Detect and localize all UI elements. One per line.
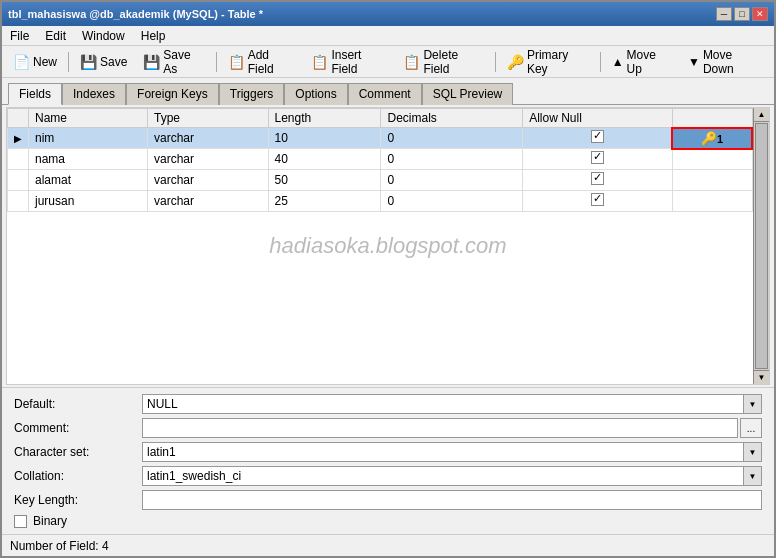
field-allownull-3[interactable] [523,170,672,191]
field-length-2[interactable]: 40 [268,149,381,170]
binary-row: Binary [14,514,762,528]
move-down-icon: ▼ [688,55,700,69]
table-area: hadiasoka.blogspot.com Name Type Length … [6,107,770,385]
checkbox-nim[interactable] [591,130,604,143]
move-up-button[interactable]: ▲ Move Up [605,49,679,75]
field-allownull-4[interactable] [523,191,672,212]
field-length-3[interactable]: 50 [268,170,381,191]
col-decimals: Decimals [381,109,523,128]
table-row[interactable]: ▶ nim varchar 10 0 🔑1 [8,128,753,149]
col-name: Name [29,109,148,128]
comment-label: Comment: [14,421,134,435]
table-row[interactable]: nama varchar 40 0 [8,149,753,170]
save-as-icon: 💾 [143,54,160,70]
collation-dropdown-arrow[interactable]: ▼ [743,467,761,485]
field-type-2[interactable]: varchar [148,149,269,170]
field-extra-3 [672,170,752,191]
field-extra-4 [672,191,752,212]
field-name-4[interactable]: jurusan [29,191,148,212]
new-button[interactable]: 📄 New [6,49,64,75]
checkbox-jurusan[interactable] [591,193,604,206]
move-up-icon: ▲ [612,55,624,69]
tabs-bar: Fields Indexes Foreign Keys Triggers Opt… [2,78,774,105]
charset-dropdown[interactable]: latin1 ▼ [142,442,762,462]
scroll-down-button[interactable]: ▼ [754,370,769,384]
tab-fields[interactable]: Fields [8,83,62,105]
scroll-up-button[interactable]: ▲ [754,108,769,122]
col-indicator [8,109,29,128]
move-down-button[interactable]: ▼ Move Down [681,49,770,75]
field-length-4[interactable]: 25 [268,191,381,212]
binary-label: Binary [33,514,67,528]
field-type-1[interactable]: varchar [148,128,269,149]
row-arrow-3 [8,170,29,191]
scroll-thumb[interactable] [755,123,768,369]
checkbox-nama[interactable] [591,151,604,164]
key-icon: 🔑 [701,131,717,146]
save-as-button[interactable]: 💾 Save As [136,49,211,75]
default-dropdown[interactable]: NULL ▼ [142,394,762,414]
vertical-scrollbar[interactable]: ▲ ▼ [753,108,769,384]
keylength-input[interactable] [142,490,762,510]
tab-triggers[interactable]: Triggers [219,83,285,105]
charset-value: latin1 [143,445,743,459]
row-arrow-1: ▶ [8,128,29,149]
field-decimals-4[interactable]: 0 [381,191,523,212]
charset-dropdown-arrow[interactable]: ▼ [743,443,761,461]
menu-help[interactable]: Help [137,28,170,44]
field-decimals-2[interactable]: 0 [381,149,523,170]
field-allownull-2[interactable] [523,149,672,170]
tab-options[interactable]: Options [284,83,347,105]
watermark: hadiasoka.blogspot.com [269,233,506,259]
status-text: Number of Field: 4 [10,539,109,553]
field-name-3[interactable]: alamat [29,170,148,191]
tab-comment[interactable]: Comment [348,83,422,105]
toolbar: 📄 New 💾 Save 💾 Save As 📋 Add Field 📋 Ins… [2,46,774,78]
menu-window[interactable]: Window [78,28,129,44]
collation-dropdown[interactable]: latin1_swedish_ci ▼ [142,466,762,486]
toolbar-sep-1 [68,52,69,72]
col-allownull: Allow Null [523,109,672,128]
delete-field-button[interactable]: 📋 Delete Field [396,49,491,75]
table-row[interactable]: jurusan varchar 25 0 [8,191,753,212]
fields-table: Name Type Length Decimals Allow Null ▶ n… [7,108,753,212]
checkbox-alamat[interactable] [591,172,604,185]
add-field-icon: 📋 [228,54,245,70]
field-decimals-1[interactable]: 0 [381,128,523,149]
menu-edit[interactable]: Edit [41,28,70,44]
tab-sql-preview[interactable]: SQL Preview [422,83,514,105]
comment-browse-button[interactable]: ... [740,418,762,438]
toolbar-sep-4 [600,52,601,72]
field-allownull-1[interactable] [523,128,672,149]
primary-key-button[interactable]: 🔑 Primary Key [500,49,596,75]
field-type-3[interactable]: varchar [148,170,269,191]
menu-file[interactable]: File [6,28,33,44]
tab-foreign-keys[interactable]: Foreign Keys [126,83,219,105]
field-extra-2 [672,149,752,170]
add-field-button[interactable]: 📋 Add Field [221,49,303,75]
save-button[interactable]: 💾 Save [73,49,134,75]
field-length-1[interactable]: 10 [268,128,381,149]
maximize-button[interactable]: □ [734,7,750,21]
primary-key-indicator: 🔑1 [672,128,752,149]
default-dropdown-arrow[interactable]: ▼ [743,395,761,413]
tab-indexes[interactable]: Indexes [62,83,126,105]
field-type-4[interactable]: varchar [148,191,269,212]
field-name-2[interactable]: nama [29,149,148,170]
close-button[interactable]: ✕ [752,7,768,21]
key-number: 1 [717,133,723,145]
comment-field-wrapper: ... [142,418,762,438]
menu-bar: File Edit Window Help [2,26,774,46]
charset-label: Character set: [14,445,134,459]
keylength-label: Key Length: [14,493,134,507]
minimize-button[interactable]: ─ [716,7,732,21]
field-decimals-3[interactable]: 0 [381,170,523,191]
window-controls: ─ □ ✕ [716,7,768,21]
row-arrow-2 [8,149,29,170]
primary-key-icon: 🔑 [507,54,524,70]
comment-input[interactable] [142,418,738,438]
binary-checkbox[interactable] [14,515,27,528]
insert-field-button[interactable]: 📋 Insert Field [304,49,394,75]
table-row[interactable]: alamat varchar 50 0 [8,170,753,191]
field-name-1[interactable]: nim [29,128,148,149]
